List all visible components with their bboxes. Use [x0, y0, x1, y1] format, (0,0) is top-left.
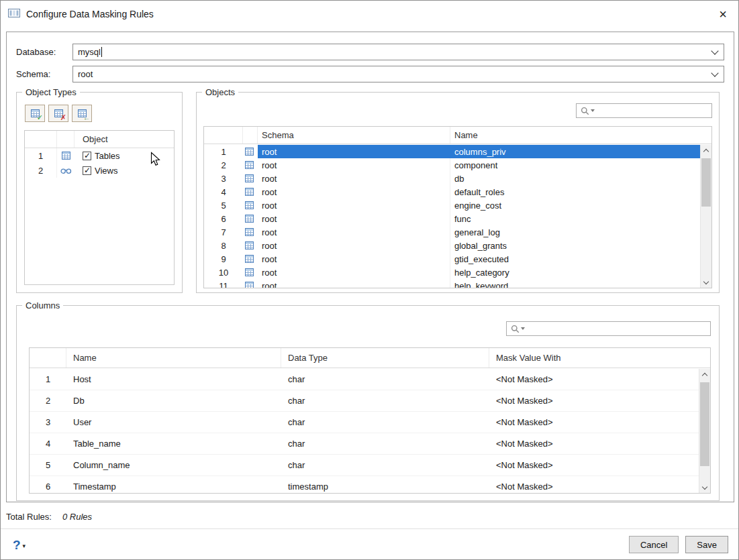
row-number: 1 [25, 148, 57, 163]
row-number: 1 [46, 374, 50, 384]
table-row[interactable]: 6 root func [204, 212, 700, 225]
columns-search-input[interactable] [528, 322, 707, 335]
name-cell: help_keyword [450, 279, 700, 288]
database-value: mysql [78, 47, 101, 57]
row-number: 10 [219, 268, 228, 278]
table-row[interactable]: 2 root component [204, 158, 700, 172]
table-icon [243, 268, 258, 276]
name-cell: default_roles [450, 185, 700, 199]
check-all-button[interactable] [25, 105, 45, 122]
scrollbar-thumb[interactable] [701, 158, 711, 207]
mouse-cursor [148, 152, 161, 167]
table-row[interactable]: 1 Host char <Not Masked> [30, 369, 699, 390]
row-number: 3 [221, 174, 226, 184]
table-row[interactable]: 11 root help_keyword [204, 279, 700, 288]
views-icon [57, 167, 75, 174]
column-header-object[interactable]: Object [75, 131, 174, 148]
table-icon [243, 148, 258, 156]
row-number: 2 [221, 160, 226, 170]
total-rules: Total Rules: 0 Rules [6, 512, 92, 522]
scroll-up-icon[interactable] [699, 369, 710, 380]
cancel-button[interactable]: Cancel [629, 536, 679, 553]
name-cell: global_grants [450, 239, 700, 252]
table-row[interactable]: 10 root help_category [204, 266, 700, 279]
table-row[interactable]: 5 Column_name char <Not Masked> [30, 455, 699, 476]
schema-combobox[interactable]: root [72, 66, 724, 82]
scroll-down-icon[interactable] [701, 277, 711, 288]
objects-table: Schema Name 1 root columns_priv 2 [203, 126, 712, 288]
objects-search-input[interactable] [597, 104, 709, 117]
column-name-cell: Timestamp [66, 482, 281, 492]
object-types-group: Object Types Obje [16, 92, 183, 293]
columns-scrollbar[interactable] [699, 369, 710, 493]
table-row[interactable]: 4 Table_name char <Not Masked> [30, 433, 699, 455]
objects-scrollbar[interactable] [700, 145, 711, 288]
schema-row: Schema: root [16, 66, 724, 82]
table-row[interactable]: 2 Db char <Not Masked> [30, 390, 699, 412]
scrollbar-thumb[interactable] [700, 382, 709, 466]
schema-cell: root [258, 239, 450, 252]
save-button[interactable]: Save [685, 536, 728, 553]
help-button[interactable]: ? [13, 539, 26, 551]
scroll-up-icon[interactable] [701, 145, 711, 156]
row-number: 2 [25, 163, 57, 178]
help-icon: ? [13, 539, 21, 551]
table-row[interactable]: 1 root columns_priv [204, 145, 700, 158]
column-header-name[interactable]: Name [66, 348, 281, 368]
schema-cell: root [258, 172, 450, 185]
schema-cell: root [258, 158, 450, 172]
database-combobox[interactable]: mysql [72, 44, 724, 60]
column-header-mask-value[interactable]: Mask Value With [489, 348, 710, 368]
name-cell: component [450, 158, 700, 172]
search-filter-caret-icon[interactable] [591, 109, 595, 112]
schema-cell: root [258, 185, 450, 199]
scroll-down-icon[interactable] [699, 482, 710, 493]
objects-table-body: 1 root columns_priv 2 root component [204, 145, 700, 288]
table-row[interactable]: 3 User char <Not Masked> [30, 412, 699, 433]
columns-table-body: 1 Host char <Not Masked> 2 Db char <Not … [30, 369, 699, 493]
table-row[interactable]: 6 Timestamp timestamp <Not Masked> [30, 476, 699, 493]
mask-value-cell[interactable]: <Not Masked> [489, 482, 699, 492]
tables-checkbox[interactable] [83, 152, 91, 160]
name-cell: func [450, 212, 700, 225]
table-row[interactable]: 9 root gtid_executed [204, 252, 700, 266]
table-icon [243, 255, 258, 263]
table-row[interactable]: 4 root default_roles [204, 185, 700, 199]
search-filter-caret-icon[interactable] [521, 327, 525, 330]
table-icon [243, 228, 258, 236]
mask-value-cell[interactable]: <Not Masked> [489, 417, 699, 427]
mask-value-cell[interactable]: <Not Masked> [489, 439, 699, 449]
column-header-name[interactable]: Name [450, 127, 711, 144]
columns-table: Name Data Type Mask Value With 1 Host ch… [29, 347, 711, 494]
row-number: 11 [219, 281, 228, 288]
column-header-schema[interactable]: Schema [258, 127, 450, 144]
mask-value-cell[interactable]: <Not Masked> [489, 374, 699, 384]
column-name-cell: User [66, 417, 281, 427]
table-row[interactable]: 8 root global_grants [204, 239, 700, 252]
table-icon [243, 161, 258, 169]
column-header-data-type[interactable]: Data Type [281, 348, 489, 368]
views-checkbox[interactable] [83, 166, 91, 175]
name-cell: columns_priv [450, 145, 700, 158]
blank-header [204, 127, 243, 144]
uncheck-all-button[interactable] [48, 105, 68, 122]
invert-selection-button[interactable] [72, 105, 92, 122]
object-type-label: Views [95, 166, 117, 176]
mask-value-cell[interactable]: <Not Masked> [489, 396, 699, 406]
name-cell: db [450, 172, 700, 185]
row-number: 7 [221, 227, 226, 237]
schema-label: Schema: [16, 69, 72, 79]
mask-value-cell[interactable]: <Not Masked> [489, 460, 699, 470]
table-row[interactable]: 5 root engine_cost [204, 199, 700, 212]
close-button[interactable] [707, 1, 738, 27]
table-row[interactable]: 7 root general_log [204, 225, 700, 239]
data-type-cell: char [281, 374, 489, 384]
object-type-label: Tables [95, 151, 120, 161]
row-number: 6 [221, 214, 226, 224]
column-name-cell: Db [66, 396, 281, 406]
text-cursor [101, 47, 102, 57]
table-row[interactable]: 3 root db [204, 172, 700, 185]
schema-value: root [78, 69, 93, 79]
row-number: 5 [46, 460, 50, 470]
object-types-header: Object [25, 131, 174, 148]
